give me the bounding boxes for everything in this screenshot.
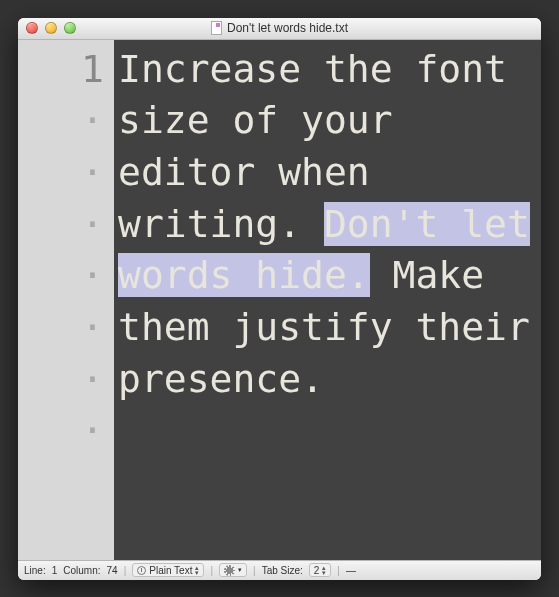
wrap-marker: · bbox=[18, 302, 104, 354]
tab-size-value: 2 bbox=[314, 565, 320, 576]
document-icon bbox=[211, 21, 222, 35]
window-title: Don't let words hide.txt bbox=[18, 21, 541, 35]
status-line-value: 1 bbox=[52, 565, 58, 576]
stepper-icon: ▴▾ bbox=[322, 565, 326, 575]
tab-size-label: Tab Size: bbox=[262, 565, 303, 576]
tab-size-picker[interactable]: 2 ▴▾ bbox=[309, 563, 332, 577]
wrap-marker: · bbox=[18, 199, 104, 251]
separator: | bbox=[253, 565, 256, 576]
separator: | bbox=[124, 565, 127, 576]
editor-area: 1 ······· Increase the font size of your… bbox=[18, 40, 541, 560]
separator: | bbox=[337, 565, 340, 576]
status-extra: — bbox=[346, 565, 356, 576]
wrap-marker: · bbox=[18, 250, 104, 302]
line-gutter: 1 ······· bbox=[18, 40, 114, 560]
clock-icon bbox=[137, 566, 146, 575]
chevron-down-icon: ▾ bbox=[238, 566, 242, 574]
wrap-marker: · bbox=[18, 354, 104, 406]
wrap-marker: · bbox=[18, 95, 104, 147]
line-number: 1 bbox=[18, 44, 104, 96]
stepper-icon: ▴▾ bbox=[195, 565, 199, 575]
window-title-text: Don't let words hide.txt bbox=[227, 21, 348, 35]
status-line-label: Line: bbox=[24, 565, 46, 576]
wrap-marker: · bbox=[18, 147, 104, 199]
status-bar: Line: 1 Column: 74 | Plain Text ▴▾ | ▾ |… bbox=[18, 560, 541, 580]
text-content[interactable]: Increase the font size of your editor wh… bbox=[114, 40, 541, 560]
editor-window: Don't let words hide.txt 1 ······· Incre… bbox=[18, 18, 541, 580]
status-column-value: 74 bbox=[107, 565, 118, 576]
syntax-mode-label: Plain Text bbox=[149, 565, 192, 576]
titlebar[interactable]: Don't let words hide.txt bbox=[18, 18, 541, 40]
gear-icon bbox=[224, 565, 235, 576]
separator: | bbox=[210, 565, 213, 576]
wrap-marker: · bbox=[18, 405, 104, 457]
actions-menu[interactable]: ▾ bbox=[219, 563, 247, 577]
syntax-mode-picker[interactable]: Plain Text ▴▾ bbox=[132, 563, 204, 577]
status-column-label: Column: bbox=[63, 565, 100, 576]
